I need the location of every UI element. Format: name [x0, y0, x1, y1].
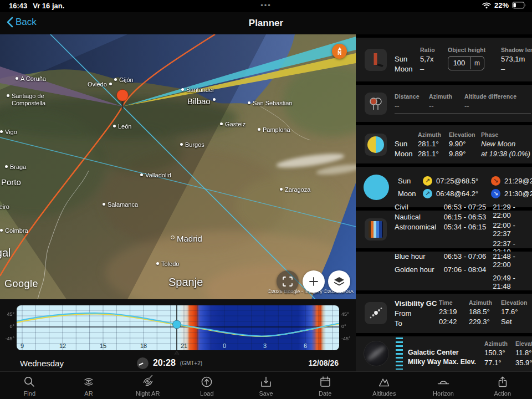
gc-elevation: 11.8°	[515, 349, 532, 357]
selected-date[interactable]: 12/08/26	[309, 359, 339, 367]
golden-hour-am: 07:06 - 08:04	[444, 265, 493, 274]
blue-hour-am: 06:53 - 07:06	[444, 252, 493, 260]
recenter-button[interactable]	[277, 270, 299, 293]
time-reset-icon[interactable]	[137, 357, 149, 369]
layers-button[interactable]	[328, 270, 350, 293]
toolbar-save-button[interactable]: Save	[237, 372, 296, 399]
toolbar-date-button[interactable]: Date	[295, 372, 355, 399]
map-city-label: Braga	[5, 163, 26, 171]
civil-am: 06:53 - 07:25	[444, 203, 493, 211]
toolbar-altitudes-button[interactable]: Altitudes	[355, 372, 414, 399]
map-city-label: Coimbra	[0, 227, 28, 234]
toolbar-label: Action	[494, 390, 511, 397]
ar-icon	[81, 375, 96, 388]
city-dot	[180, 143, 183, 146]
city-dot	[103, 203, 105, 206]
toolbar-find-button[interactable]: Find	[0, 372, 59, 399]
moonset-icon: ↘	[491, 189, 500, 198]
nautical-am: 06:15 - 06:53	[444, 213, 493, 221]
map-city-label: Portugal	[0, 247, 11, 259]
current-time-marker[interactable]	[173, 320, 181, 329]
multitask-handle[interactable]: •••	[0, 1, 532, 9]
selected-time: 20:28	[153, 358, 176, 368]
viewfinder-icon	[282, 276, 293, 287]
layers-icon	[333, 275, 345, 288]
map-city-label: León	[113, 123, 131, 130]
time-scrubber[interactable]: 45° 0° -45° 45° 0° -45°	[0, 299, 356, 355]
shadow-sun-value: 573,1m	[501, 55, 532, 63]
bottom-toolbar: FindARNight ARLoadSaveDateAltitudesHoriz…	[0, 371, 532, 399]
panel-sun-moon-position[interactable]: Sun Moon Azimuth 281.1° 281.1° Elevation…	[356, 125, 532, 163]
map-city-label: Toledo	[156, 260, 179, 268]
toolbar-ar-button[interactable]: AR	[59, 372, 119, 399]
toolbar-load-button[interactable]: Load	[177, 372, 237, 399]
zoom-in-button[interactable]	[303, 270, 325, 293]
y-axis-neg45-right: -45°	[341, 336, 356, 341]
y-axis-45: 45°	[0, 311, 14, 317]
azimuth-header: Azimuth	[484, 340, 515, 347]
twilight-icon	[365, 218, 387, 241]
map-view[interactable]: N A CoruñaSantiago de CompostellaOviedoG…	[0, 34, 356, 299]
phase-name: New Moon	[481, 140, 532, 148]
object-height-unit[interactable]: m	[470, 57, 484, 69]
toolbar-horizon-button[interactable]: Horizon	[414, 372, 473, 399]
mw-elevation: 35.9°	[515, 359, 532, 367]
page-title: Planner	[0, 18, 532, 29]
azimuth-header: Azimuth	[429, 93, 464, 100]
shadow-length-header: Shadow length	[501, 47, 532, 53]
blue-hour-pm: 21:48 - 22:00	[493, 252, 532, 269]
elevation-header: Elevation	[515, 340, 532, 347]
sun-label: Sun	[395, 55, 420, 63]
astronomical-am: 05:34 - 06:15	[444, 223, 493, 231]
compass-north-button[interactable]: N	[332, 44, 347, 59]
compass-needle-icon	[338, 47, 341, 50]
distance-header: Distance	[395, 93, 429, 100]
compass-label: N	[337, 50, 341, 56]
sky-disc-icon	[364, 175, 389, 200]
svg-text:15: 15	[100, 342, 106, 349]
panel-distance[interactable]: Distance -- Azimuth -- Altitude differen…	[356, 85, 532, 122]
panel-visibility-gc[interactable]: Visibility GC From To Time 23:19 02:42 A…	[356, 294, 532, 333]
panel-galactic-center[interactable]: Galactic Center Milky Way Max. Elev. Azi…	[356, 336, 532, 371]
altitude-difference-header: Altitude difference	[464, 93, 531, 100]
azimuth-value: --	[429, 101, 464, 110]
toolbar-action-button[interactable]: Action	[473, 372, 532, 399]
toolbar-night-ar-button[interactable]: Night AR	[118, 372, 177, 399]
panel-rise-set[interactable]: Sun ↗ 07:25@68.5° ↘ 21:29@291.3° Moon ↗ …	[356, 167, 532, 207]
toolbar-label: Date	[319, 390, 331, 397]
plus-icon	[308, 276, 319, 287]
city-dot	[280, 188, 283, 191]
date-row: Wednesday 20:28 (GMT+2) 12/08/26	[0, 355, 356, 371]
moon-label: Moon	[395, 65, 420, 73]
panel-shadow-length[interactable]: Sun Moon Ratio 5,7x – Object height 100 …	[356, 38, 532, 81]
ratio-moon-value: –	[420, 65, 448, 73]
action-icon	[495, 375, 510, 388]
map-city-label: Vigo	[0, 129, 17, 136]
galactic-center-label: Galactic Center	[408, 349, 484, 356]
map-city-label: A Coruña	[16, 75, 46, 83]
city-dot	[213, 98, 216, 101]
city-dot	[258, 128, 260, 131]
city-dot	[140, 173, 143, 176]
map-city-label: Spanje	[168, 276, 203, 289]
panel-blue-golden-hour[interactable]: Blue hour Golden hour 06:53 - 07:06 07:0…	[356, 252, 532, 290]
date-icon	[318, 375, 332, 388]
city-dot	[109, 83, 112, 85]
to-label: To	[395, 319, 439, 328]
nav-bar: Back Planner	[0, 12, 532, 34]
moon-azimuth: 281.1°	[418, 150, 449, 158]
time-header: Time	[439, 299, 469, 306]
load-icon	[200, 375, 214, 388]
visibility-gc-title: Visibility GC	[395, 299, 439, 308]
city-dot	[5, 165, 8, 168]
elevation-chart[interactable]: 912151821036	[17, 305, 339, 356]
y-axis-0-right: 0°	[341, 324, 356, 329]
status-bar: 16:43Vr 16 jan. ••• 22%	[0, 0, 532, 12]
object-height-input[interactable]: 100 m	[448, 56, 484, 70]
panel-twilights[interactable]: Civil Nautical Astronomical 06:53 - 07:2…	[356, 211, 532, 248]
toolbar-label: Load	[200, 390, 213, 397]
map-city-label: Zaragoza	[280, 186, 310, 193]
map-city-label: Porto	[1, 177, 21, 187]
gc-to-time: 02:42	[439, 318, 469, 326]
map-city-label: Aveiro	[0, 203, 9, 211]
